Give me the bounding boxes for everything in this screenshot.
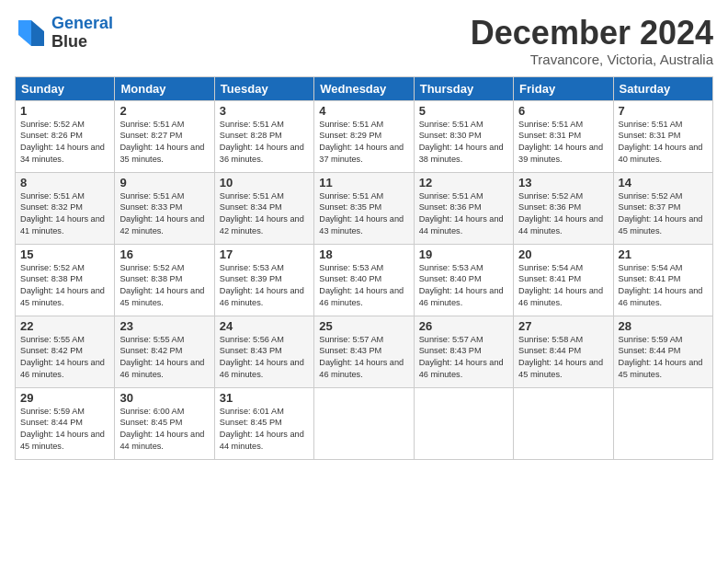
day-number: 23 xyxy=(119,319,209,333)
day-info: Sunrise: 5:52 AMSunset: 8:26 PMDaylight:… xyxy=(20,119,109,167)
location: Travancore, Victoria, Australia xyxy=(471,52,713,67)
day-info: Sunrise: 5:51 AMSunset: 8:34 PMDaylight:… xyxy=(220,190,309,238)
calendar-cell: 12 Sunrise: 5:51 AMSunset: 8:36 PMDaylig… xyxy=(414,172,513,244)
calendar-cell: 24 Sunrise: 5:56 AMSunset: 8:43 PMDaylig… xyxy=(214,316,313,387)
calendar-cell: 15 Sunrise: 5:52 AMSunset: 8:38 PMDaylig… xyxy=(16,244,115,316)
day-number: 16 xyxy=(119,247,209,261)
day-number: 26 xyxy=(419,319,508,333)
calendar-week-1: 1 Sunrise: 5:52 AMSunset: 8:26 PMDayligh… xyxy=(16,100,713,172)
calendar-cell: 23 Sunrise: 5:55 AMSunset: 8:42 PMDaylig… xyxy=(115,316,214,387)
day-info: Sunrise: 5:53 AMSunset: 8:40 PMDaylight:… xyxy=(419,262,508,310)
calendar-cell: 9 Sunrise: 5:51 AMSunset: 8:33 PMDayligh… xyxy=(115,172,214,244)
calendar-cell: 30 Sunrise: 6:00 AMSunset: 8:45 PMDaylig… xyxy=(115,387,214,459)
day-number: 3 xyxy=(220,104,309,118)
calendar-cell: 10 Sunrise: 5:51 AMSunset: 8:34 PMDaylig… xyxy=(214,172,313,244)
calendar-cell: 27 Sunrise: 5:58 AMSunset: 8:44 PMDaylig… xyxy=(514,316,613,387)
calendar-cell xyxy=(314,387,414,459)
calendar-cell: 13 Sunrise: 5:52 AMSunset: 8:36 PMDaylig… xyxy=(514,172,613,244)
day-number: 25 xyxy=(319,319,408,333)
calendar-cell: 4 Sunrise: 5:51 AMSunset: 8:29 PMDayligh… xyxy=(314,100,414,172)
calendar-cell: 1 Sunrise: 5:52 AMSunset: 8:26 PMDayligh… xyxy=(16,100,115,172)
calendar-cell: 14 Sunrise: 5:52 AMSunset: 8:37 PMDaylig… xyxy=(613,172,712,244)
day-info: Sunrise: 5:58 AMSunset: 8:44 PMDaylight:… xyxy=(518,334,608,382)
calendar-cell: 18 Sunrise: 5:53 AMSunset: 8:40 PMDaylig… xyxy=(314,244,414,316)
day-info: Sunrise: 5:53 AMSunset: 8:39 PMDaylight:… xyxy=(220,262,309,310)
day-number: 31 xyxy=(220,391,309,405)
calendar-cell: 2 Sunrise: 5:51 AMSunset: 8:27 PMDayligh… xyxy=(115,100,214,172)
day-info: Sunrise: 5:51 AMSunset: 8:29 PMDaylight:… xyxy=(319,119,408,167)
day-info: Sunrise: 5:54 AMSunset: 8:41 PMDaylight:… xyxy=(518,262,608,310)
calendar-cell: 11 Sunrise: 5:51 AMSunset: 8:35 PMDaylig… xyxy=(314,172,414,244)
day-info: Sunrise: 5:51 AMSunset: 8:28 PMDaylight:… xyxy=(220,119,309,167)
day-number: 11 xyxy=(319,176,408,190)
day-info: Sunrise: 5:52 AMSunset: 8:36 PMDaylight:… xyxy=(518,190,608,238)
title-area: December 2024 Travancore, Victoria, Aust… xyxy=(471,15,713,67)
calendar-header-row: SundayMondayTuesdayWednesdayThursdayFrid… xyxy=(16,76,713,100)
day-info: Sunrise: 5:51 AMSunset: 8:32 PMDaylight:… xyxy=(20,190,109,238)
day-number: 21 xyxy=(619,247,708,261)
day-number: 4 xyxy=(319,104,408,118)
calendar-cell: 19 Sunrise: 5:53 AMSunset: 8:40 PMDaylig… xyxy=(414,244,513,316)
calendar-week-2: 8 Sunrise: 5:51 AMSunset: 8:32 PMDayligh… xyxy=(16,172,713,244)
day-number: 29 xyxy=(20,391,109,405)
calendar-cell: 6 Sunrise: 5:51 AMSunset: 8:31 PMDayligh… xyxy=(514,100,613,172)
day-number: 15 xyxy=(20,247,109,261)
day-number: 9 xyxy=(119,176,209,190)
calendar-header-monday: Monday xyxy=(115,76,214,100)
day-info: Sunrise: 5:55 AMSunset: 8:42 PMDaylight:… xyxy=(119,334,209,382)
page: General Blue December 2024 Travancore, V… xyxy=(0,0,728,563)
day-number: 20 xyxy=(518,247,608,261)
day-info: Sunrise: 5:51 AMSunset: 8:33 PMDaylight:… xyxy=(119,190,209,238)
day-number: 5 xyxy=(419,104,508,118)
calendar-header-thursday: Thursday xyxy=(414,76,513,100)
day-number: 2 xyxy=(119,104,209,118)
calendar-cell: 7 Sunrise: 5:51 AMSunset: 8:31 PMDayligh… xyxy=(613,100,712,172)
day-info: Sunrise: 5:52 AMSunset: 8:38 PMDaylight:… xyxy=(119,262,209,310)
calendar-cell: 17 Sunrise: 5:53 AMSunset: 8:39 PMDaylig… xyxy=(214,244,313,316)
day-number: 19 xyxy=(419,247,508,261)
day-info: Sunrise: 5:59 AMSunset: 8:44 PMDaylight:… xyxy=(619,334,708,382)
calendar-cell: 20 Sunrise: 5:54 AMSunset: 8:41 PMDaylig… xyxy=(514,244,613,316)
day-number: 7 xyxy=(619,104,708,118)
calendar-cell: 28 Sunrise: 5:59 AMSunset: 8:44 PMDaylig… xyxy=(613,316,712,387)
day-number: 6 xyxy=(518,104,608,118)
calendar-cell: 3 Sunrise: 5:51 AMSunset: 8:28 PMDayligh… xyxy=(214,100,313,172)
day-info: Sunrise: 5:51 AMSunset: 8:27 PMDaylight:… xyxy=(119,119,209,167)
calendar-cell xyxy=(613,387,712,459)
day-number: 18 xyxy=(319,247,408,261)
calendar-header-saturday: Saturday xyxy=(613,76,712,100)
day-info: Sunrise: 5:56 AMSunset: 8:43 PMDaylight:… xyxy=(220,334,309,382)
day-info: Sunrise: 5:51 AMSunset: 8:31 PMDaylight:… xyxy=(518,119,608,167)
calendar-cell: 26 Sunrise: 5:57 AMSunset: 8:43 PMDaylig… xyxy=(414,316,513,387)
day-number: 30 xyxy=(119,391,209,405)
header: General Blue December 2024 Travancore, V… xyxy=(15,15,713,67)
day-info: Sunrise: 5:59 AMSunset: 8:44 PMDaylight:… xyxy=(20,406,109,454)
day-number: 12 xyxy=(419,176,508,190)
calendar-header-wednesday: Wednesday xyxy=(314,76,414,100)
day-number: 1 xyxy=(20,104,109,118)
day-info: Sunrise: 6:00 AMSunset: 8:45 PMDaylight:… xyxy=(119,406,209,454)
day-info: Sunrise: 5:53 AMSunset: 8:40 PMDaylight:… xyxy=(319,262,408,310)
day-info: Sunrise: 5:52 AMSunset: 8:37 PMDaylight:… xyxy=(619,190,708,238)
logo-line1: General xyxy=(51,14,113,32)
calendar-week-3: 15 Sunrise: 5:52 AMSunset: 8:38 PMDaylig… xyxy=(16,244,713,316)
logo-icon xyxy=(15,17,48,50)
day-info: Sunrise: 5:55 AMSunset: 8:42 PMDaylight:… xyxy=(20,334,109,382)
calendar-cell: 8 Sunrise: 5:51 AMSunset: 8:32 PMDayligh… xyxy=(16,172,115,244)
day-number: 22 xyxy=(20,319,109,333)
logo-text: General Blue xyxy=(51,15,113,52)
logo-line2: Blue xyxy=(51,33,113,52)
calendar-week-5: 29 Sunrise: 5:59 AMSunset: 8:44 PMDaylig… xyxy=(16,387,713,459)
calendar: SundayMondayTuesdayWednesdayThursdayFrid… xyxy=(15,76,713,460)
day-number: 27 xyxy=(518,319,608,333)
day-info: Sunrise: 5:54 AMSunset: 8:41 PMDaylight:… xyxy=(619,262,708,310)
calendar-cell: 22 Sunrise: 5:55 AMSunset: 8:42 PMDaylig… xyxy=(16,316,115,387)
day-info: Sunrise: 5:52 AMSunset: 8:38 PMDaylight:… xyxy=(20,262,109,310)
day-info: Sunrise: 5:51 AMSunset: 8:30 PMDaylight:… xyxy=(419,119,508,167)
logo: General Blue xyxy=(15,15,113,52)
day-info: Sunrise: 5:51 AMSunset: 8:36 PMDaylight:… xyxy=(419,190,508,238)
calendar-week-4: 22 Sunrise: 5:55 AMSunset: 8:42 PMDaylig… xyxy=(16,316,713,387)
calendar-header-tuesday: Tuesday xyxy=(214,76,313,100)
calendar-cell xyxy=(514,387,613,459)
calendar-cell: 25 Sunrise: 5:57 AMSunset: 8:43 PMDaylig… xyxy=(314,316,414,387)
